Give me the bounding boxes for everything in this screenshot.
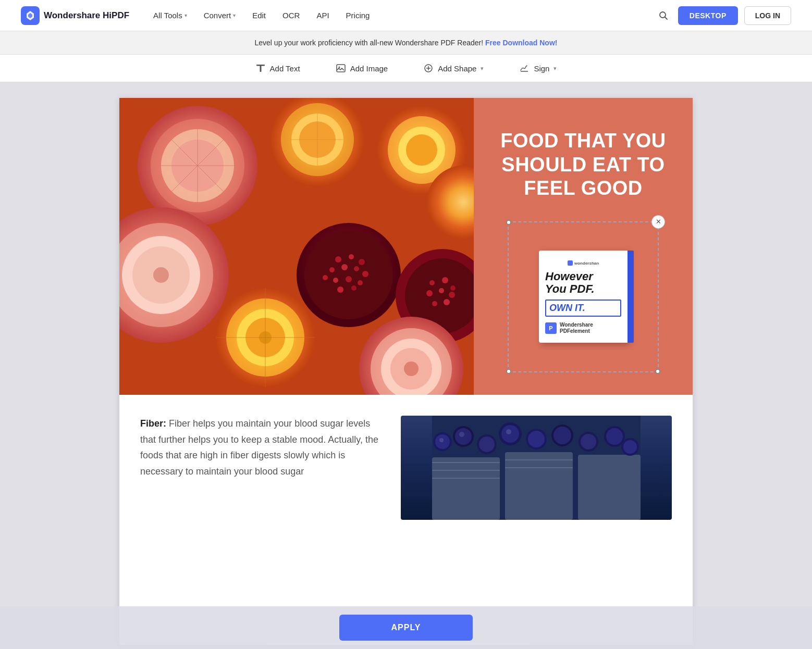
svg-point-44 — [337, 286, 343, 293]
fruit-image-section — [119, 98, 474, 395]
desktop-button[interactable]: DESKTOP — [678, 6, 738, 25]
hero-title: FOOD THAT YOU SHOULD EAT TO FEEL GOOD — [495, 129, 672, 201]
blueberry-section — [401, 416, 672, 520]
svg-point-37 — [329, 267, 335, 272]
svg-point-31 — [153, 267, 169, 283]
nav-pricing[interactable]: Pricing — [339, 7, 377, 24]
nav-all-tools[interactable]: All Tools ▾ — [146, 7, 194, 24]
svg-point-81 — [459, 432, 464, 437]
svg-point-36 — [359, 259, 365, 265]
fiber-text-section: Fiber: Fiber helps you maintain your blo… — [140, 416, 380, 520]
promo-banner: Level up your work proficiency with all-… — [0, 31, 812, 55]
add-text-button[interactable]: Add Text — [250, 60, 305, 77]
svg-point-43 — [358, 280, 363, 285]
svg-point-54 — [449, 292, 455, 298]
book-logo-text: wondershare — [545, 259, 621, 267]
svg-point-83 — [479, 436, 495, 452]
svg-point-38 — [341, 264, 348, 270]
svg-rect-74 — [505, 452, 573, 520]
page-top-section: FOOD THAT YOU SHOULD EAT TO FEEL GOOD ✕ — [119, 98, 693, 395]
svg-point-40 — [362, 271, 368, 277]
nav-ocr[interactable]: OCR — [275, 7, 307, 24]
chevron-down-icon: ▾ — [481, 65, 484, 72]
svg-point-55 — [432, 301, 437, 306]
image-icon — [336, 63, 346, 73]
fiber-label: Fiber: — [140, 418, 166, 429]
brand-name: Wondershare PDFelement — [560, 322, 593, 334]
resize-handle-br[interactable] — [655, 369, 660, 374]
svg-rect-73 — [432, 457, 500, 520]
chevron-down-icon: ▾ — [553, 65, 557, 72]
nav-convert[interactable]: Convert ▾ — [196, 7, 243, 24]
svg-point-33 — [304, 231, 393, 319]
add-shape-button[interactable]: Add Shape ▾ — [418, 60, 489, 77]
hero-right-panel: FOOD THAT YOU SHOULD EAT TO FEEL GOOD ✕ — [474, 98, 693, 395]
apply-bar: APPLY — [0, 606, 812, 649]
page-canvas: FOOD THAT YOU SHOULD EAT TO FEEL GOOD ✕ — [119, 98, 693, 645]
svg-rect-3 — [260, 65, 261, 72]
svg-point-86 — [506, 429, 511, 434]
book-cover: wondershare However You PDF. OWN IT. — [539, 251, 628, 343]
main-content: FOOD THAT YOU SHOULD EAT TO FEEL GOOD ✕ — [0, 82, 812, 649]
svg-point-53 — [439, 288, 444, 293]
nav-logo[interactable]: Wondershare HiPDF — [21, 6, 129, 25]
book-title: However You PDF. — [545, 270, 621, 295]
search-button[interactable] — [655, 7, 672, 24]
svg-point-49 — [429, 280, 435, 285]
sign-icon — [519, 63, 530, 73]
logo-text: Wondershare HiPDF — [44, 10, 129, 21]
fruit-photo — [119, 98, 474, 395]
svg-point-45 — [351, 285, 356, 291]
svg-point-26 — [406, 134, 437, 166]
svg-point-42 — [346, 276, 352, 282]
book-brand: P Wondershare PDFelement — [545, 322, 621, 334]
svg-line-1 — [665, 17, 667, 19]
login-button[interactable]: LOG IN — [744, 6, 791, 25]
close-icon[interactable]: ✕ — [651, 215, 665, 229]
svg-point-94 — [606, 428, 623, 445]
text-icon — [255, 63, 266, 73]
svg-rect-75 — [578, 455, 641, 520]
svg-rect-4 — [337, 65, 345, 72]
add-image-button[interactable]: Add Image — [330, 60, 393, 77]
banner-link[interactable]: Free Download Now! — [485, 39, 557, 47]
logo-icon — [21, 6, 40, 25]
fiber-body: Fiber helps you maintain your blood suga… — [140, 418, 378, 477]
apply-button[interactable]: APPLY — [339, 615, 473, 641]
svg-point-39 — [354, 266, 359, 271]
resize-handle-bl[interactable] — [506, 369, 511, 374]
nav-actions: DESKTOP LOG IN — [655, 6, 791, 25]
svg-point-52 — [426, 290, 433, 296]
fiber-paragraph: Fiber: Fiber helps you maintain your blo… — [140, 416, 380, 479]
edit-toolbar: Add Text Add Image Add Shape ▾ Sign ▾ — [0, 55, 812, 82]
svg-point-88 — [528, 431, 545, 447]
book-subtitle-box: OWN IT. — [545, 299, 621, 317]
product-image: wondershare However You PDF. OWN IT. — [509, 222, 658, 371]
svg-rect-70 — [568, 260, 573, 266]
nav-edit[interactable]: Edit — [245, 7, 273, 24]
resize-handle-tl[interactable] — [506, 220, 511, 225]
nav-links: All Tools ▾ Convert ▾ Edit OCR API Prici… — [146, 7, 655, 24]
nav-api[interactable]: API — [309, 7, 336, 24]
blueberry-photo — [401, 416, 672, 520]
svg-text:wondershare: wondershare — [574, 261, 599, 266]
fruit-illustration — [119, 98, 474, 395]
svg-point-56 — [444, 299, 450, 305]
svg-point-46 — [323, 275, 328, 280]
svg-point-78 — [439, 438, 444, 442]
book-subtitle: OWN IT. — [549, 303, 617, 314]
product-box-container[interactable]: ✕ wondershare — [508, 221, 659, 372]
svg-point-50 — [442, 277, 448, 283]
chevron-down-icon: ▾ — [233, 13, 236, 18]
shape-icon — [423, 63, 434, 73]
book-spine — [628, 251, 634, 343]
pdfelement-icon: P — [545, 322, 557, 334]
navbar: Wondershare HiPDF All Tools ▾ Convert ▾ … — [0, 0, 812, 31]
svg-point-41 — [333, 278, 338, 283]
svg-point-34 — [335, 256, 341, 263]
sign-button[interactable]: Sign ▾ — [514, 60, 562, 77]
chevron-down-icon: ▾ — [184, 13, 187, 18]
svg-point-68 — [404, 361, 419, 376]
svg-point-96 — [623, 440, 637, 454]
svg-point-51 — [450, 285, 456, 291]
